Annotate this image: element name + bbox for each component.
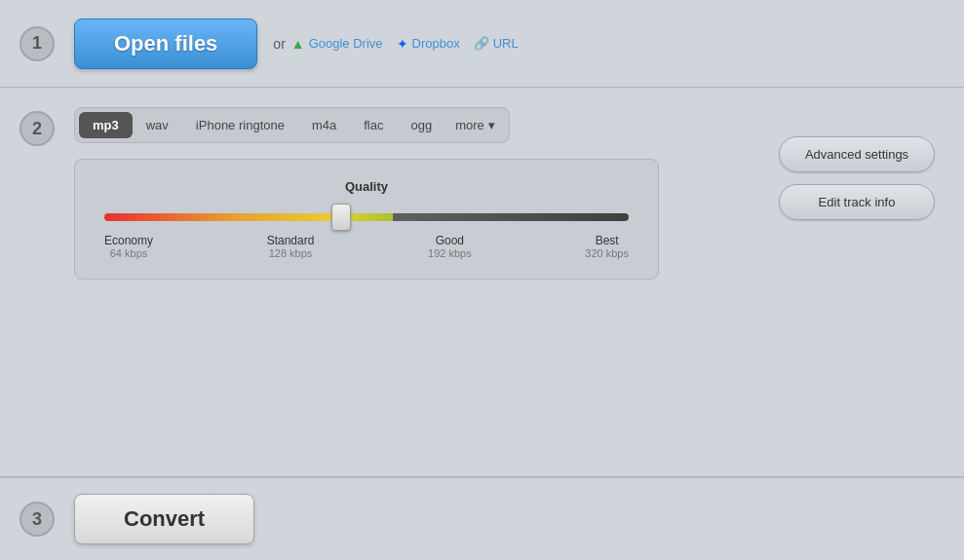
advanced-settings-button[interactable]: Advanced settings: [779, 136, 935, 172]
url-icon: 🔗: [474, 36, 489, 51]
good-label: Good: [428, 234, 472, 247]
slider-container: [104, 209, 629, 224]
section-1: 1 Open files or ▲ Google Drive ✦ Dropbox…: [0, 0, 964, 88]
chevron-down-icon: ▾: [488, 118, 495, 132]
google-drive-label: Google Drive: [309, 36, 383, 51]
dropbox-link[interactable]: ✦ Dropbox: [397, 36, 460, 52]
step-number-1: 1: [19, 26, 55, 61]
convert-button[interactable]: Convert: [74, 494, 254, 544]
quality-labels: Economy 64 kbps Standard 128 kbps Good 1…: [104, 234, 629, 259]
standard-kbps: 128 kbps: [267, 247, 315, 259]
open-files-button[interactable]: Open files: [74, 19, 257, 69]
good-kbps: 192 kbps: [428, 247, 472, 259]
quality-slider[interactable]: [104, 213, 629, 221]
tab-iphone-ringtone[interactable]: iPhone ringtone: [182, 112, 298, 138]
google-drive-link[interactable]: ▲ Google Drive: [291, 36, 383, 52]
edit-track-info-button[interactable]: Edit track info: [779, 184, 935, 220]
right-buttons: Advanced settings Edit track info: [779, 136, 935, 220]
url-label: URL: [493, 36, 519, 51]
section-3: 3 Convert: [0, 477, 964, 560]
step-number-3: 3: [19, 502, 55, 537]
quality-mark-economy: Economy 64 kbps: [104, 234, 153, 259]
quality-panel: Quality Economy 64 kbps Standard 128 kbp…: [74, 159, 659, 280]
tab-wav[interactable]: wav: [133, 112, 182, 138]
section-2: 2 mp3 wav iPhone ringtone m4a flac ogg m…: [0, 88, 964, 477]
tab-flac[interactable]: flac: [350, 112, 397, 138]
best-kbps: 320 kbps: [585, 247, 629, 259]
economy-kbps: 64 kbps: [104, 247, 153, 259]
gdrive-icon: ▲: [291, 36, 305, 52]
tab-ogg[interactable]: ogg: [397, 112, 445, 138]
tab-m4a[interactable]: m4a: [298, 112, 350, 138]
tab-mp3[interactable]: mp3: [79, 112, 133, 138]
economy-label: Economy: [104, 234, 153, 247]
best-label: Best: [585, 234, 629, 247]
standard-label: Standard: [267, 234, 315, 247]
step-number-2: 2: [19, 111, 55, 146]
more-label: more: [455, 118, 484, 132]
quality-label: Quality: [104, 179, 629, 194]
section-2-top: 2 mp3 wav iPhone ringtone m4a flac ogg m…: [19, 107, 945, 280]
dropbox-icon: ✦: [397, 36, 408, 52]
quality-mark-best: Best 320 kbps: [585, 234, 629, 259]
url-link[interactable]: 🔗 URL: [474, 36, 519, 51]
quality-mark-good: Good 192 kbps: [428, 234, 472, 259]
cloud-links: ▲ Google Drive ✦ Dropbox 🔗 URL: [291, 36, 519, 52]
quality-mark-standard: Standard 128 kbps: [267, 234, 315, 259]
format-tabs: mp3 wav iPhone ringtone m4a flac ogg mor…: [74, 107, 510, 143]
tab-more[interactable]: more ▾: [445, 112, 505, 138]
dropbox-label: Dropbox: [412, 36, 460, 51]
or-text: or: [273, 36, 285, 52]
